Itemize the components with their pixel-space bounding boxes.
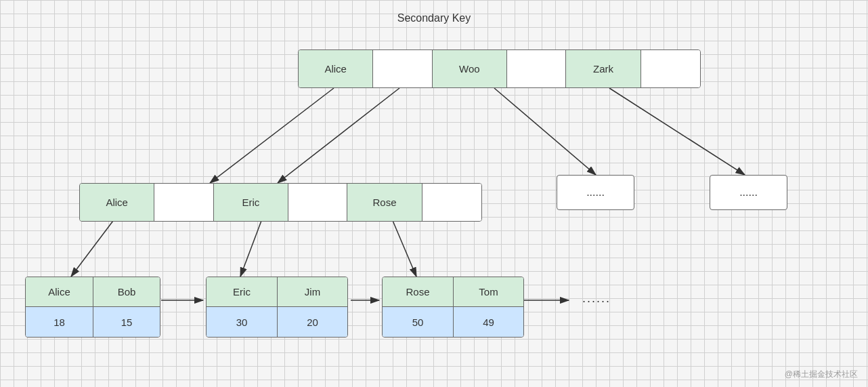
ellipsis-node-1: ...... [557,175,634,210]
svg-line-2 [278,88,399,183]
leaf2-top-eric: Eric [207,277,277,306]
watermark: @稀土掘金技术社区 [785,369,858,380]
mid-cell-empty2 [288,184,347,221]
mid-cell-alice: Alice [80,184,154,221]
page-title: Secondary Key [397,12,471,24]
leaf1-top-alice: Alice [26,277,93,306]
root-cell-empty1 [373,50,432,87]
svg-line-4 [609,88,745,175]
leaf1-bottom-18: 18 [26,307,93,337]
leaf2-bottom-20: 20 [277,307,347,337]
leaf-node-3: Rose Tom 50 49 [382,277,524,338]
mid-cell-empty3 [422,184,481,221]
svg-line-1 [210,88,334,183]
ellipsis-node-2: ...... [710,175,787,210]
root-cell-alice: Alice [299,50,373,87]
root-cell-empty2 [507,50,566,87]
svg-line-3 [494,88,596,175]
mid-cell-rose: Rose [347,184,422,221]
leaf-node-2: Eric Jim 30 20 [206,277,348,338]
leaf3-bottom-50: 50 [383,307,453,337]
leaf-node-1: Alice Bob 18 15 [25,277,160,338]
mid-node: Alice Eric Rose [79,183,482,222]
root-cell-zark: Zark [566,50,641,87]
leaf-ellipsis: ...... [582,291,611,306]
leaf2-top-jim: Jim [277,277,347,306]
mid-cell-eric: Eric [214,184,288,221]
leaf1-bottom-15: 15 [93,307,160,337]
leaf1-top-bob: Bob [93,277,160,306]
root-node: Alice Woo Zark [298,49,701,88]
root-cell-woo: Woo [433,50,507,87]
leaf2-bottom-30: 30 [207,307,277,337]
leaf3-top-tom: Tom [453,277,523,306]
leaf3-top-rose: Rose [383,277,453,306]
leaf3-bottom-49: 49 [453,307,523,337]
ellipsis-text-1: ...... [586,186,605,199]
ellipsis-text-2: ...... [739,186,758,199]
root-cell-empty3 [641,50,700,87]
mid-cell-empty1 [154,184,213,221]
